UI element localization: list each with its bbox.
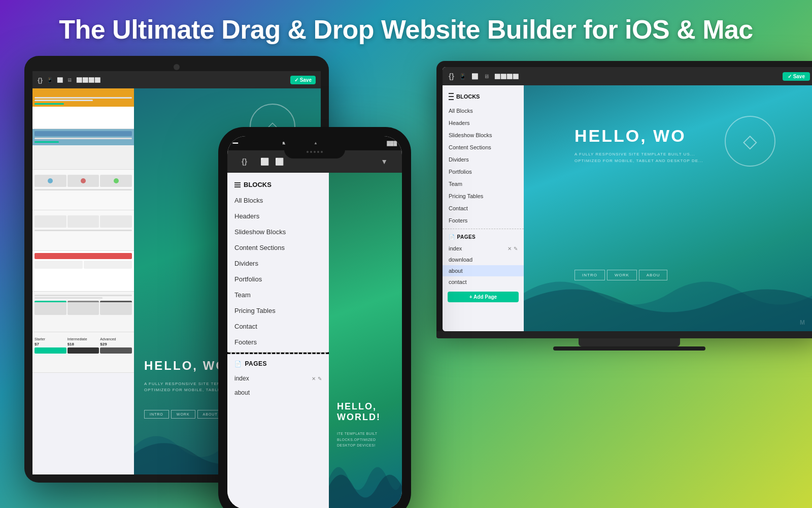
phone-pages-header: 📄 PAGES [227, 356, 329, 371]
tablet-thumb-2 [32, 129, 134, 170]
phone-sidebar-content[interactable]: Content Sections [227, 240, 329, 256]
laptop-blocks-header: BLOCKS [443, 88, 524, 105]
tablet-thumb-1 [32, 88, 134, 129]
laptop-sidebar-content[interactable]: Content Sections [443, 141, 524, 153]
laptop-icons-extra: ⬜⬜⬜⬜ [494, 74, 519, 79]
phone-curly-icon: {} [234, 150, 254, 173]
tablet-save-button[interactable]: ✓ Save [290, 76, 316, 84]
laptop-close-icon[interactable]: ✕ [507, 246, 512, 251]
phone-screen: ••••• ≋ 9:41 ▓▓▓ {} ⬜ ⬜ ▼ [227, 136, 402, 508]
phone-hello-world: HELLO, WORLD! [337, 401, 402, 423]
laptop-watermark: M [800, 319, 806, 326]
laptop-save-button[interactable]: ✓ Save [783, 72, 810, 81]
laptop-sidebar-footers[interactable]: Footers [443, 214, 524, 227]
tablet-nav-bar: INTRO WORK ABOUT [144, 410, 223, 419]
laptop-hamburger-icon [449, 92, 454, 101]
laptop-edit-icon[interactable]: ✎ [514, 246, 518, 251]
phone-preview: HELLO, WORLD! ITE TEMPLATE BUILT BLOCKS.… [329, 173, 402, 508]
laptop-sidebar-all[interactable]: All Blocks [443, 105, 524, 117]
laptop-wave [524, 255, 812, 331]
laptop-desktop-icon: 🖥 [484, 73, 489, 79]
laptop-sidebar-dividers[interactable]: Dividers [443, 153, 524, 166]
tablet-thumb-5 [32, 251, 134, 292]
phone-sidebar-portfolios[interactable]: Portfolios [227, 271, 329, 287]
laptop-sidebar-slideshow[interactable]: Slideshow Blocks [443, 129, 524, 141]
phone-sidebar-dividers[interactable]: Dividers [227, 256, 329, 271]
page-index-icons: ✕ ✎ [312, 376, 322, 382]
laptop-stand [579, 338, 680, 346]
laptop-page-index[interactable]: index ✕ ✎ [443, 243, 524, 254]
laptop-sidebar-pricing[interactable]: Pricing Tables [443, 190, 524, 202]
phone-sidebar-pricing[interactable]: Pricing Tables [227, 303, 329, 319]
laptop-curly-icon: {} [449, 72, 454, 80]
laptop-toolbar: {} 📱 ⬜ 🖥 ⬜⬜⬜⬜ ✓ Save [443, 67, 812, 85]
phone-page-index[interactable]: index ✕ ✎ [227, 371, 329, 386]
phone-divider [227, 352, 329, 354]
page-header: The Ultimate Drag & Drop Website Builder… [0, 0, 812, 55]
phone-blocks-label: BLOCKS [244, 181, 272, 188]
phone-sidebar-all-blocks[interactable]: All Blocks [227, 193, 329, 208]
tablet-thumb-3 [32, 170, 134, 210]
phone-device: ▲ ••••• ≋ 9:41 ▓▓▓ {} ⬜ ⬜ ▼ [218, 127, 411, 508]
page-title: The Ultimate Drag & Drop Website Builder… [0, 14, 812, 45]
laptop-preview-title: HELLO, WO [574, 126, 686, 146]
phone-preview-sub: ITE TEMPLATE BUILT BLOCKS.OPTIMIZED DESK… [337, 431, 398, 448]
phone-signal: ••••• [232, 141, 238, 146]
laptop-body: BLOCKS All Blocks Headers Slideshow Bloc… [443, 85, 812, 331]
page-close-icon[interactable]: ✕ [312, 376, 316, 382]
tablet-curly-icon: {} [38, 76, 43, 84]
phone-notch: ▲ [284, 136, 345, 149]
phone-blocks-header: BLOCKS [227, 177, 329, 193]
phone-wave [329, 448, 402, 508]
laptop-bezel: {} 📱 ⬜ 🖥 ⬜⬜⬜⬜ ✓ Save [436, 61, 812, 331]
laptop-sidebar: BLOCKS All Blocks Headers Slideshow Bloc… [443, 85, 524, 331]
tablet-sidebar: Starter $7 Intermediate $18 Advanced $29 [32, 88, 134, 469]
tablet-phone-icon: 📱 [47, 77, 53, 83]
laptop-sidebar-team[interactable]: Team [443, 178, 524, 190]
phone-sidebar-footers[interactable]: Footers [227, 334, 329, 350]
phone-more-icon: ▼ [374, 150, 395, 173]
laptop-preview: ◇ HELLO, WO A FULLY RESPONSIVE SITE TEMP… [524, 85, 812, 331]
laptop-sidebar-headers[interactable]: Headers [443, 117, 524, 129]
phone-sidebar-headers[interactable]: Headers [227, 208, 329, 224]
tablet-icons-more: ⬜⬜⬜⬜ [76, 77, 100, 83]
laptop-page-download[interactable]: download [443, 254, 524, 265]
laptop-pages-header: 📄 PAGES [443, 231, 524, 243]
tablet-toolbar: {} 📱 ⬜ 🖥 ⬜⬜⬜⬜ ✓ Save [32, 74, 321, 88]
tablet-thumb-4 [32, 210, 134, 251]
laptop-preview-subtitle: A FULLY RESPONSIVE SITE TEMPLATE BUILT U… [574, 151, 717, 165]
laptop-tablet-icon: ⬜ [471, 73, 479, 80]
laptop-page-index-icons: ✕ ✎ [507, 246, 518, 251]
laptop-divider [443, 229, 524, 229]
devices-container: {} 📱 ⬜ 🖥 ⬜⬜⬜⬜ ✓ Save [0, 51, 812, 508]
phone-sidebar-team[interactable]: Team [227, 287, 329, 303]
phone-dots [284, 145, 345, 158]
phone-sidebar-slideshow[interactable]: Slideshow Blocks [227, 224, 329, 240]
laptop-diamond-icon: ◇ [725, 116, 775, 167]
phone-page-about[interactable]: about [227, 386, 329, 400]
tablet-thumb-7: Starter $7 Intermediate $18 Advanced $29 [32, 332, 134, 373]
hamburger-icon [234, 182, 241, 187]
laptop-phone-icon: 📱 [459, 73, 466, 80]
laptop-page-contact[interactable]: contact [443, 276, 524, 288]
tablet-tablet-icon: ⬜ [57, 77, 63, 83]
phone-icon1: ⬜ [260, 157, 269, 166]
phone-battery-icon: ▓▓▓ [387, 141, 397, 146]
laptop-page-about[interactable]: about [443, 265, 524, 276]
phone-sidebar-contact[interactable]: Contact [227, 319, 329, 334]
laptop-base [436, 331, 812, 338]
phone-icon2: ⬜ [275, 157, 284, 166]
laptop-screen: {} 📱 ⬜ 🖥 ⬜⬜⬜⬜ ✓ Save [443, 67, 812, 331]
laptop-device: {} 📱 ⬜ 🖥 ⬜⬜⬜⬜ ✓ Save [436, 61, 812, 351]
tablet-nav-work: WORK [171, 410, 195, 419]
laptop-foot [553, 346, 705, 351]
laptop-add-page-button[interactable]: + Add Page [448, 292, 519, 302]
tablet-nav-intro: INTRO [144, 410, 169, 419]
phone-sidebar: BLOCKS All Blocks Headers Slideshow Bloc… [227, 173, 329, 508]
laptop-sidebar-contact[interactable]: Contact [443, 202, 524, 214]
tablet-camera [174, 64, 180, 70]
page-edit-icon[interactable]: ✎ [318, 376, 322, 382]
tablet-thumb-6 [32, 292, 134, 332]
tablet-desktop-icon: 🖥 [67, 77, 72, 83]
laptop-sidebar-portfolios[interactable]: Portfolios [443, 166, 524, 178]
